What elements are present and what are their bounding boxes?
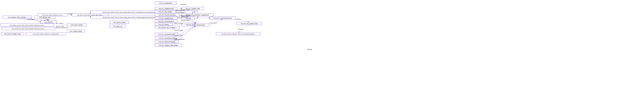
edge-label-collection2: collection_	[238, 29, 244, 30]
svg-line-38	[90, 16, 91, 17]
node-tao-ec-timeout-generator: TAO_EC_Timeout_Generator	[158, 14, 176, 16]
node-ace-shared-object: ACE_Shared_Object	[70, 30, 82, 32]
edge-label-dispatching: dispatching_	[180, 4, 186, 5]
edge-label-ref-count: reference_count_	[56, 26, 64, 27]
node-tao-ec-factory: TAO_EC_Factory	[158, 24, 169, 25]
node-tao-esf-proxy-admin: TAO_ESF_Proxy_Admin< class, class, class…	[77, 14, 103, 16]
node-tao-base-var: TAO_Base_var	[113, 26, 122, 27]
node-ace-event-handler-policy: ACE_Event_Handler_Policy	[4, 33, 21, 35]
node-tao-ec-pw-supplier-filter: TAO_EC_Pw_Supplier_Filter	[240, 23, 258, 24]
edge-label-consumer-control: consumer_control_	[174, 30, 184, 31]
node-tao-pseudo-var-t: TAO_Pseudo_Var_T< Object >	[158, 27, 176, 28]
node-ace-atomic-op: ACE_Atomic_Op< ACE_SYNCH_MUTEX, Referenc…	[12, 28, 45, 29]
edge-label-factory-schedule: factory_schedule_	[174, 23, 183, 24]
node-ace-event-handler: ACE_Event_Handler	[70, 24, 83, 26]
node-tao-esf-proxy-collection: TAO_ESF_Proxy_Collection< class >	[42, 14, 63, 16]
svg-line-37	[90, 13, 91, 13]
node-ace-link: ACE_Link	[185, 17, 191, 19]
diagram-svg: ACE_Reactor_Timer_Interface ACE_Reactor_…	[0, 0, 644, 92]
edge-label-collection1: collection_	[68, 13, 73, 14]
edge-label-event-channel: event_channel_	[210, 22, 218, 24]
edge-label-consumer-admin: consumer_admin_	[181, 20, 190, 21]
edge-label-reactor2: reactor_	[60, 23, 64, 24]
node-ace-reactor-timer-interface: ACE_Reactor_Timer_Interface	[8, 17, 26, 18]
edge-label-timeout-gen: timeout_generator_	[181, 15, 191, 16]
node-tao-ec-dispatching: TAO_EC_Dispatching	[159, 2, 172, 4]
node-tao-ec-event-channel-base: TAO_EC_Event_Channel_Base	[186, 24, 205, 26]
node-tao-ec-supplier-admin: TAO_EC_SupplierAdmin	[159, 17, 174, 19]
svg-line-55	[235, 18, 249, 22]
edge-label-supplier-control: supplier_control_	[182, 9, 190, 11]
node-ace-service-object: ACE_Service_Object	[113, 22, 126, 23]
node-tao-ec-supplier-filter-builder: TAO_EC_Supplier_Filter_Builder	[159, 45, 178, 46]
edge-label-filter-builder: filter_builder_	[176, 10, 182, 11]
edge-label-supplier-admin: supplier_admin_	[181, 16, 189, 18]
node-tao-ec-supplier-control: TAO_EC_SupplierControl	[158, 8, 174, 10]
node-tao-ec-consumer-admin: TAO_EC_ConsumerAdmin	[158, 21, 174, 22]
diagram-container: ACE_Reactor_Timer_Interface ACE_Reactor_…	[0, 0, 644, 92]
node-tao-ec-observer-strategy: TAO_EC_ObserverStrategy	[159, 41, 175, 43]
node-ace-atomic-op-ex: ACE_Atomic_Op_Ex< ACE_SYNCH_MUTEX, Refer…	[10, 25, 44, 26]
edge-label-lck: lck_	[197, 16, 199, 18]
edge-label-filter: filter_	[194, 11, 196, 13]
node-ace-reactor-impl: ACE_Reactor_Impl	[39, 17, 51, 18]
node-tao-ec-proxy-push-consumer: TAO_EC_ProxyPushConsumer	[213, 17, 232, 19]
node-ace-event-handler-ref-counting: ACE_Event_Handler::Reference_Counting_Po…	[33, 33, 59, 35]
edge-label-ref-counting-policy: reference_counting_policy	[56, 27, 68, 28]
node-tao-ec-filter-builder: TAO_EC_Filter_Builder	[158, 11, 172, 13]
node-ace-reactor: ACE_Reactor	[44, 21, 52, 23]
edge-label-consumer: consumer_	[236, 19, 242, 20]
svg-line-45	[196, 19, 198, 23]
svg-line-54	[209, 19, 222, 25]
node-tao-ec-consumer-control: TAO_EC_ConsumerControl	[158, 34, 175, 35]
edge-label-implementation: implementation_	[27, 19, 35, 20]
node-tao-esf-proxy-collection-supplier: TAO_ESF_Proxy_Collection< TAO_EC_ProxyPu…	[221, 33, 255, 35]
label-service: Service	[307, 49, 312, 50]
